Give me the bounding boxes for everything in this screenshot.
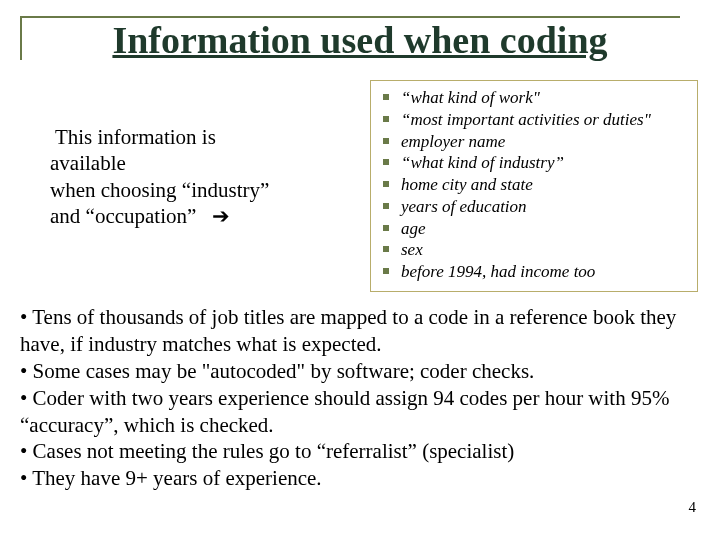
bullet-square-icon [383,138,389,144]
body-text: • Tens of thousands of job titles are ma… [20,304,704,492]
left-description: This information is available when choos… [50,124,350,229]
list-item: home city and state [381,174,689,196]
list-item: before 1994, had income too [381,261,689,283]
body-bullet: • Some cases may be "autocoded" by softw… [20,358,704,385]
list-item: “what kind of work" [381,87,689,109]
left-line-3: when choosing “industry” [50,177,350,203]
bullet-square-icon [383,159,389,165]
list-item: “most important activities or duties" [381,109,689,131]
left-line-1: This information is [50,124,350,150]
info-list: “what kind of work" “most important acti… [381,87,689,283]
body-bullet: • Tens of thousands of job titles are ma… [20,304,704,358]
list-item: years of education [381,196,689,218]
body-bullet: • They have 9+ years of experience. [20,465,704,492]
arrow-right-icon: ➔ [212,204,230,227]
list-item: employer name [381,131,689,153]
page-title: Information used when coding [0,18,720,62]
list-item-label: “what kind of work" [401,87,540,109]
body-bullet: • Coder with two years experience should… [20,385,704,439]
bullet-square-icon [383,225,389,231]
bullet-square-icon [383,203,389,209]
list-item-label: years of education [401,196,527,218]
body-bullet: • Cases not meeting the rules go to “ref… [20,438,704,465]
list-item-label: sex [401,239,423,261]
bullet-square-icon [383,116,389,122]
list-item-label: “what kind of industry” [401,152,564,174]
list-item-label: employer name [401,131,505,153]
list-item: sex [381,239,689,261]
list-item-label: “most important activities or duties" [401,109,651,131]
page-number: 4 [689,499,697,516]
info-list-box: “what kind of work" “most important acti… [370,80,698,292]
left-line-2: available [50,150,350,176]
left-line-4: and “occupation” ➔ [50,203,350,229]
bullet-square-icon [383,268,389,274]
bullet-square-icon [383,246,389,252]
list-item: “what kind of industry” [381,152,689,174]
bullet-square-icon [383,181,389,187]
bullet-square-icon [383,94,389,100]
list-item-label: age [401,218,426,240]
list-item: age [381,218,689,240]
list-item-label: home city and state [401,174,533,196]
list-item-label: before 1994, had income too [401,261,595,283]
